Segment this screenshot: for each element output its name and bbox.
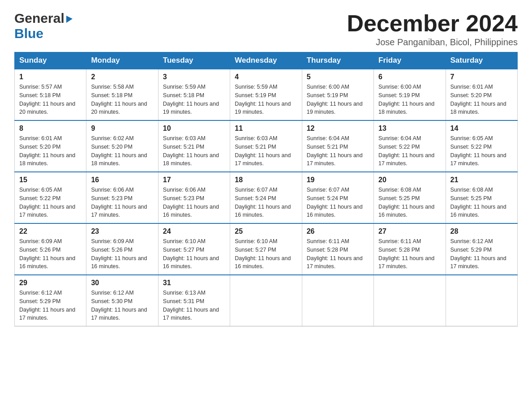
day-info: Sunrise: 6:09 AMSunset: 5:26 PMDaylight:… (91, 237, 153, 271)
column-header-thursday: Thursday (302, 52, 373, 69)
day-info: Sunrise: 6:08 AMSunset: 5:25 PMDaylight:… (378, 186, 441, 219)
day-info: Sunrise: 5:57 AMSunset: 5:18 PMDaylight:… (19, 83, 82, 116)
calendar-cell: 1Sunrise: 5:57 AMSunset: 5:18 PMDaylight… (15, 69, 86, 120)
column-header-tuesday: Tuesday (158, 52, 230, 69)
calendar-week-row: 15Sunrise: 6:05 AMSunset: 5:22 PMDayligh… (15, 172, 518, 223)
day-number: 8 (19, 124, 82, 133)
day-number: 15 (19, 176, 82, 184)
day-info: Sunrise: 5:58 AMSunset: 5:18 PMDaylight:… (91, 83, 153, 116)
day-number: 31 (163, 279, 225, 287)
calendar-cell (230, 275, 302, 326)
location-title: Jose Panganiban, Bicol, Philippines (347, 37, 518, 47)
calendar-cell (446, 275, 517, 326)
calendar-cell: 18Sunrise: 6:07 AMSunset: 5:24 PMDayligh… (230, 172, 302, 223)
calendar-cell: 16Sunrise: 6:06 AMSunset: 5:23 PMDayligh… (86, 172, 158, 223)
calendar-cell: 2Sunrise: 5:58 AMSunset: 5:18 PMDaylight… (86, 69, 158, 120)
day-number: 30 (91, 279, 153, 287)
day-number: 24 (163, 227, 225, 235)
day-number: 21 (450, 176, 513, 184)
day-info: Sunrise: 6:07 AMSunset: 5:24 PMDaylight:… (307, 186, 369, 219)
calendar-header-row: SundayMondayTuesdayWednesdayThursdayFrid… (15, 52, 518, 69)
day-info: Sunrise: 6:06 AMSunset: 5:23 PMDaylight:… (163, 186, 225, 219)
day-info: Sunrise: 6:04 AMSunset: 5:21 PMDaylight:… (307, 134, 369, 168)
day-info: Sunrise: 6:09 AMSunset: 5:26 PMDaylight:… (19, 237, 82, 271)
day-info: Sunrise: 6:01 AMSunset: 5:20 PMDaylight:… (19, 134, 82, 168)
calendar-cell: 5Sunrise: 6:00 AMSunset: 5:19 PMDaylight… (302, 69, 373, 120)
month-title: December 2024 (347, 11, 518, 36)
calendar-cell: 26Sunrise: 6:11 AMSunset: 5:28 PMDayligh… (302, 223, 373, 275)
day-info: Sunrise: 6:05 AMSunset: 5:22 PMDaylight:… (19, 186, 82, 219)
calendar-cell: 10Sunrise: 6:03 AMSunset: 5:21 PMDayligh… (158, 120, 230, 172)
day-info: Sunrise: 6:02 AMSunset: 5:20 PMDaylight:… (91, 134, 153, 168)
calendar-cell (302, 275, 373, 326)
day-info: Sunrise: 6:03 AMSunset: 5:21 PMDaylight:… (235, 134, 297, 168)
day-number: 1 (19, 73, 82, 81)
calendar-cell: 6Sunrise: 6:00 AMSunset: 5:19 PMDaylight… (374, 69, 446, 120)
day-number: 28 (450, 227, 513, 235)
day-number: 20 (378, 176, 441, 184)
day-info: Sunrise: 6:11 AMSunset: 5:28 PMDaylight:… (378, 237, 441, 271)
logo-general-text: General (14, 11, 64, 26)
page-header: General Blue December 2024 Jose Panganib… (14, 11, 518, 47)
calendar-cell: 27Sunrise: 6:11 AMSunset: 5:28 PMDayligh… (374, 223, 446, 275)
calendar-cell: 14Sunrise: 6:05 AMSunset: 5:22 PMDayligh… (446, 120, 517, 172)
day-number: 3 (163, 73, 225, 81)
calendar-cell: 3Sunrise: 5:59 AMSunset: 5:18 PMDaylight… (158, 69, 230, 120)
calendar-week-row: 1Sunrise: 5:57 AMSunset: 5:18 PMDaylight… (15, 69, 518, 120)
calendar-table: SundayMondayTuesdayWednesdayThursdayFrid… (14, 52, 518, 326)
calendar-cell: 12Sunrise: 6:04 AMSunset: 5:21 PMDayligh… (302, 120, 373, 172)
calendar-cell: 8Sunrise: 6:01 AMSunset: 5:20 PMDaylight… (15, 120, 86, 172)
day-number: 14 (450, 124, 513, 133)
day-number: 27 (378, 227, 441, 235)
calendar-cell: 19Sunrise: 6:07 AMSunset: 5:24 PMDayligh… (302, 172, 373, 223)
day-number: 9 (91, 124, 153, 133)
column-header-saturday: Saturday (446, 52, 517, 69)
calendar-cell: 21Sunrise: 6:08 AMSunset: 5:25 PMDayligh… (446, 172, 517, 223)
svg-marker-0 (66, 16, 73, 23)
calendar-cell: 24Sunrise: 6:10 AMSunset: 5:27 PMDayligh… (158, 223, 230, 275)
calendar-cell: 15Sunrise: 6:05 AMSunset: 5:22 PMDayligh… (15, 172, 86, 223)
day-number: 25 (235, 227, 297, 235)
calendar-cell (374, 275, 446, 326)
day-number: 11 (235, 124, 297, 133)
day-number: 16 (91, 176, 153, 184)
day-info: Sunrise: 5:59 AMSunset: 5:19 PMDaylight:… (235, 83, 297, 116)
day-number: 26 (307, 227, 369, 235)
day-number: 13 (378, 124, 441, 133)
day-number: 23 (91, 227, 153, 235)
calendar-cell: 13Sunrise: 6:04 AMSunset: 5:22 PMDayligh… (374, 120, 446, 172)
logo-blue-text: Blue (14, 26, 43, 41)
day-info: Sunrise: 5:59 AMSunset: 5:18 PMDaylight:… (163, 83, 225, 116)
calendar-cell: 7Sunrise: 6:01 AMSunset: 5:20 PMDaylight… (446, 69, 517, 120)
column-header-monday: Monday (86, 52, 158, 69)
day-number: 4 (235, 73, 297, 81)
calendar-cell: 9Sunrise: 6:02 AMSunset: 5:20 PMDaylight… (86, 120, 158, 172)
day-info: Sunrise: 6:10 AMSunset: 5:27 PMDaylight:… (163, 237, 225, 271)
day-info: Sunrise: 6:12 AMSunset: 5:29 PMDaylight:… (19, 289, 82, 322)
calendar-cell: 17Sunrise: 6:06 AMSunset: 5:23 PMDayligh… (158, 172, 230, 223)
day-info: Sunrise: 6:13 AMSunset: 5:31 PMDaylight:… (163, 289, 225, 322)
day-info: Sunrise: 6:00 AMSunset: 5:19 PMDaylight:… (307, 83, 369, 116)
day-info: Sunrise: 6:12 AMSunset: 5:30 PMDaylight:… (91, 289, 153, 322)
calendar-week-row: 22Sunrise: 6:09 AMSunset: 5:26 PMDayligh… (15, 223, 518, 275)
logo-triangle-icon (64, 14, 74, 24)
day-info: Sunrise: 6:03 AMSunset: 5:21 PMDaylight:… (163, 134, 225, 168)
calendar-cell: 28Sunrise: 6:12 AMSunset: 5:29 PMDayligh… (446, 223, 517, 275)
day-info: Sunrise: 6:08 AMSunset: 5:25 PMDaylight:… (450, 186, 513, 219)
calendar-week-row: 29Sunrise: 6:12 AMSunset: 5:29 PMDayligh… (15, 275, 518, 326)
day-number: 2 (91, 73, 153, 81)
day-number: 7 (450, 73, 513, 81)
logo: General Blue (14, 11, 74, 41)
day-info: Sunrise: 6:05 AMSunset: 5:22 PMDaylight:… (450, 134, 513, 168)
title-block: December 2024 Jose Panganiban, Bicol, Ph… (347, 11, 518, 47)
day-info: Sunrise: 6:11 AMSunset: 5:28 PMDaylight:… (307, 237, 369, 271)
calendar-cell: 29Sunrise: 6:12 AMSunset: 5:29 PMDayligh… (15, 275, 86, 326)
day-number: 29 (19, 279, 82, 287)
calendar-cell: 4Sunrise: 5:59 AMSunset: 5:19 PMDaylight… (230, 69, 302, 120)
column-header-friday: Friday (374, 52, 446, 69)
day-number: 19 (307, 176, 369, 184)
day-number: 17 (163, 176, 225, 184)
column-header-sunday: Sunday (15, 52, 86, 69)
calendar-cell: 20Sunrise: 6:08 AMSunset: 5:25 PMDayligh… (374, 172, 446, 223)
day-info: Sunrise: 6:06 AMSunset: 5:23 PMDaylight:… (91, 186, 153, 219)
